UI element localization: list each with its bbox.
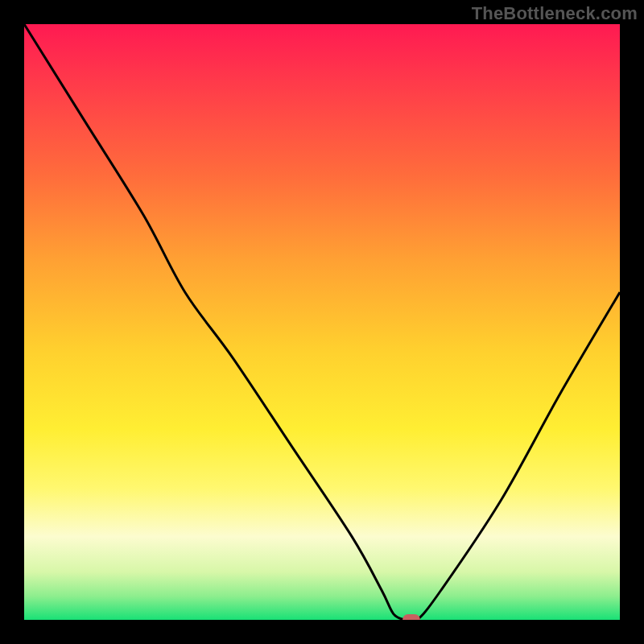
- plot-area: [24, 24, 620, 620]
- chart-frame: TheBottleneck.com: [0, 0, 644, 644]
- optimum-marker: [402, 614, 420, 620]
- watermark-text: TheBottleneck.com: [472, 3, 638, 24]
- curve-path: [24, 24, 620, 620]
- bottleneck-curve: [24, 24, 620, 620]
